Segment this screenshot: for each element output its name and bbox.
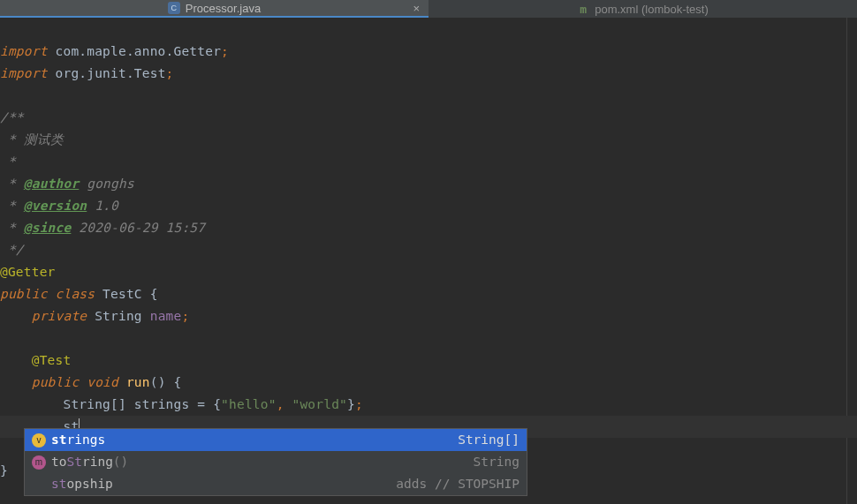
close-icon[interactable]: × [413, 2, 420, 15]
completion-pre: to [51, 455, 66, 469]
javadoc-line: * [0, 177, 24, 191]
completion-rest: opship [66, 477, 112, 491]
completion-rest: rings [66, 433, 105, 447]
completion-item-stopship[interactable]: stopship adds // STOPSHIP [25, 473, 527, 495]
template-icon [32, 478, 46, 492]
completion-item-strings[interactable]: v strings String[] [25, 429, 527, 451]
javadoc-version-tag: @version [24, 199, 87, 213]
javadoc-close: */ [0, 243, 24, 257]
completion-suffix: () [113, 455, 128, 469]
annotation-getter: @Getter [0, 265, 56, 279]
completion-hint: adds // STOPSHIP [396, 473, 520, 495]
completion-type: String [474, 451, 520, 473]
tab-processor-java[interactable]: C Processor.java × [0, 0, 428, 18]
tab-label: pom.xml (lombok-test) [595, 3, 709, 16]
keyword-class: class [56, 287, 103, 301]
javadoc-desc: * 测试类 [0, 132, 64, 147]
variable-icon: v [32, 433, 46, 448]
javadoc-since-val: 2020-06-29 15:57 [71, 221, 205, 235]
annotation-test: @Test [32, 353, 72, 367]
javadoc-line: * [0, 199, 24, 213]
field-name: name [142, 309, 182, 323]
javadoc-author-tag: @author [24, 177, 80, 191]
completion-type: String[] [458, 429, 520, 451]
completion-match: St [66, 455, 81, 469]
class-name: TestC [102, 287, 142, 301]
javadoc-line: * [0, 154, 16, 169]
brace: { [166, 375, 182, 389]
javadoc-line: * [0, 221, 24, 235]
type-string: String [95, 309, 142, 323]
maven-file-icon: m [577, 3, 589, 15]
array-brackets: [] [110, 397, 126, 411]
comma: , [277, 397, 292, 411]
package-path: com.maple.anno. [56, 44, 174, 58]
completion-rest: ring [82, 455, 113, 469]
javadoc-since-tag: @since [24, 221, 72, 235]
parens: () [150, 375, 166, 389]
java-class-icon: C [168, 2, 180, 14]
method-icon: m [32, 455, 46, 470]
javadoc-version-val: 1.0 [87, 199, 118, 213]
type-string: String [63, 397, 110, 411]
code-editor[interactable]: import com.maple.anno.Getter; import org… [0, 18, 857, 482]
keyword-import: import [0, 44, 48, 58]
assign: = [189, 397, 213, 411]
javadoc-author-val: gonghs [79, 177, 134, 191]
javadoc-open: /** [0, 110, 24, 124]
class-ref: Getter [173, 44, 221, 58]
brace: } [347, 397, 355, 411]
code-completion-popup[interactable]: v strings String[] m toString() String s… [24, 428, 527, 496]
package-path: org.junit. [56, 66, 134, 80]
brace: } [0, 463, 8, 478]
brace: { [142, 287, 158, 301]
completion-match: st [51, 477, 66, 491]
keyword-public: public [0, 287, 56, 301]
string-literal: "hello" [221, 397, 277, 411]
keyword-void: void [87, 375, 126, 389]
keyword-import: import [0, 66, 48, 80]
tab-pom-xml[interactable]: m pom.xml (lombok-test) [428, 0, 857, 18]
brace: { [213, 397, 221, 411]
var-strings: strings [126, 397, 189, 411]
completion-match: st [51, 433, 66, 447]
completion-item-tostring[interactable]: m toString() String [25, 451, 527, 473]
method-name: run [126, 375, 150, 389]
keyword-public: public [32, 375, 87, 389]
class-ref: Test [134, 66, 166, 80]
string-literal: "world" [292, 397, 348, 411]
keyword-private: private [32, 309, 95, 323]
editor-tab-bar: C Processor.java × m pom.xml (lombok-tes… [0, 0, 857, 18]
tab-label: Processor.java [186, 2, 261, 15]
